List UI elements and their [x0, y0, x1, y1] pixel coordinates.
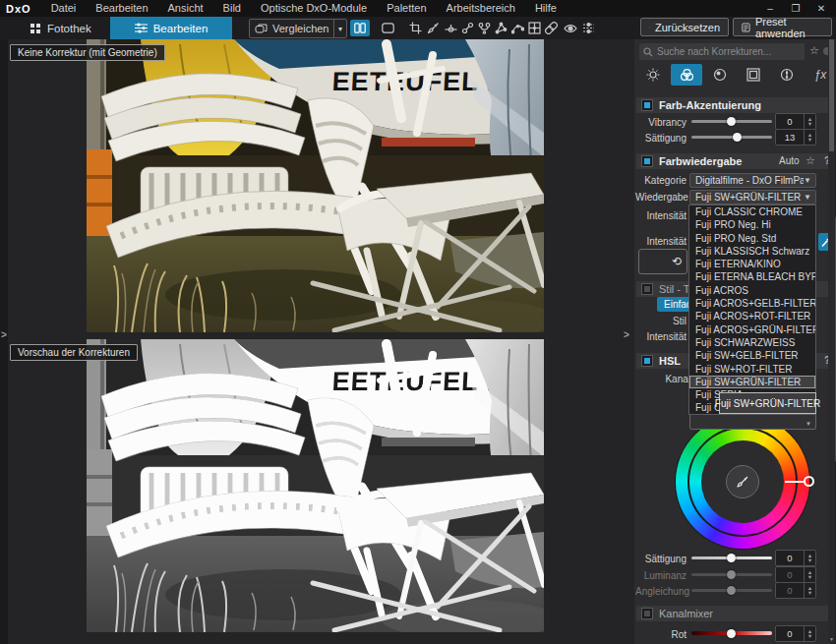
show-mask-button[interactable] [562, 20, 579, 36]
saettigung-slider[interactable] [691, 130, 772, 144]
minimize-button[interactable]: – [759, 1, 781, 17]
tab-detail[interactable] [704, 64, 736, 86]
compare-caret[interactable]: ▾ [333, 20, 346, 37]
dropdown-option[interactable]: Fuji SW+GRÜN-FILTER [689, 376, 815, 388]
menu-item[interactable]: Bild [213, 0, 251, 17]
dropdown-scrollbar[interactable]: ▲ ▼ [828, 1, 835, 643]
tab-geometry[interactable] [738, 64, 769, 86]
reshape-grid-tool-button[interactable] [525, 20, 543, 36]
dropdown-option[interactable]: Fuji ETERNA/KINO [689, 258, 815, 270]
dropdown-option[interactable]: Fuji KLASSISCH Schwarz [689, 245, 815, 258]
dropdown-option[interactable]: Fuji ETERNA BLEACH BYPASS [689, 270, 815, 283]
dropdown-option[interactable]: Fuji SCHWARZWEISS [689, 336, 815, 349]
intensity-reset-box[interactable]: ⟲ [638, 249, 687, 274]
apply-preset-button[interactable]: Preset anwenden [733, 18, 832, 36]
scroll-down-icon[interactable]: ▼ [828, 636, 835, 642]
spinner-icon[interactable]: ▲▼ [804, 583, 815, 598]
angleichung-slider[interactable] [691, 583, 772, 597]
dropdown-option[interactable]: Fuji ACROS+ROT-FILTER [689, 310, 815, 322]
rot-slider[interactable] [691, 626, 772, 640]
wiedergabe-dropdown-list: Fuji CLASSIC CHROMEFuji PRO Neg. HiFuji … [688, 205, 816, 415]
saettigung-label: Sättigung [635, 133, 687, 144]
tab-color[interactable] [671, 64, 702, 86]
menu-item[interactable]: Datei [41, 0, 87, 17]
menu-bar: DxO DateiBearbeitenAnsichtBildOptische D… [0, 0, 836, 17]
tab-light[interactable] [637, 64, 669, 86]
wiedergabe-select[interactable]: Fuji SW+GRÜN-FILTER▼ [689, 190, 816, 205]
dropdown-option[interactable]: Fuji PRO Neg. Hi [689, 218, 815, 231]
color-picker-button[interactable] [726, 465, 759, 498]
right-panel-expander[interactable]: > [624, 330, 629, 340]
hue-handle[interactable] [804, 476, 814, 487]
menu-item[interactable]: Bearbeiten [86, 0, 157, 17]
spinner-icon[interactable]: ▲▼ [804, 567, 815, 582]
angleichung-value[interactable]: 0▲▼ [775, 582, 816, 599]
image-after[interactable]: EETEUFEL II [87, 339, 544, 632]
repair-tool-button[interactable] [542, 20, 560, 36]
local-settings-button[interactable] [579, 20, 597, 36]
dropdown-option[interactable]: Fuji SW+ROT-FILTER [689, 363, 815, 376]
hsl-checkbox[interactable] [641, 355, 653, 367]
spinner-icon[interactable]: ▲▼ [804, 130, 815, 145]
auto-label[interactable]: Auto [779, 155, 800, 166]
kanalmixer-checkbox[interactable] [641, 608, 653, 619]
control-line-tool-button[interactable] [475, 20, 493, 36]
polygon-tool-button[interactable] [492, 20, 509, 36]
farbwiedergabe-checkbox[interactable] [641, 155, 653, 167]
section-farb-akzentuierung[interactable]: Farb-Akzentuierung [636, 97, 831, 113]
dropdown-option[interactable]: Fuji ACROS+GELB-FILTER [689, 297, 815, 310]
favorite-star-icon[interactable]: ☆ [806, 154, 815, 167]
hsl-saettigung-value[interactable]: 0▲▼ [775, 550, 816, 566]
stil-tonung-checkbox[interactable] [641, 283, 653, 295]
reset-button[interactable]: Zurücksetzen [640, 18, 729, 36]
tab-bearbeiten[interactable]: Bearbeiten [110, 17, 232, 39]
kategorie-select[interactable]: Digitalfilme - DxO FilmPack▼ [689, 173, 816, 188]
spinner-icon[interactable]: ▲▼ [804, 114, 815, 129]
restore-button[interactable]: ❐ [785, 1, 806, 17]
fx-icon: ƒx [814, 68, 827, 82]
favorites-filter-icon[interactable]: ☆ [809, 44, 819, 57]
luminanz-slider[interactable] [691, 567, 772, 581]
compare-button[interactable]: Vergleichen ▾ [249, 19, 347, 38]
spinner-icon[interactable]: ▲▼ [804, 551, 815, 565]
dropdown-option[interactable]: Fuji PRO Neg. Std [689, 232, 815, 245]
dropdown-scroll-thumb[interactable] [829, 38, 834, 151]
tab-fotothek[interactable]: Fotothek [16, 17, 105, 39]
spinner-icon[interactable]: ▲▼ [804, 626, 815, 641]
kanalmixer-title: Kanalmixer [659, 608, 713, 619]
rot-value[interactable]: 0▲▼ [775, 625, 816, 642]
search-input[interactable] [639, 43, 805, 60]
image-before[interactable]: EETEUFEL II [87, 39, 544, 332]
close-button[interactable]: ✕ [810, 1, 832, 17]
luminanz-value[interactable]: 0▲▼ [775, 566, 816, 583]
menu-item[interactable]: Arbeitsbereich [437, 0, 525, 17]
split-view-button[interactable] [350, 20, 370, 36]
dropdown-option[interactable]: Fuji ACROS [689, 284, 815, 297]
menu-item[interactable]: Optische DxO-Module [251, 0, 377, 17]
menu-item[interactable]: Paletten [377, 0, 436, 17]
saettigung-value[interactable]: 13▲▼ [775, 129, 816, 146]
menu-item[interactable]: Ansicht [158, 0, 213, 17]
dropdown-option[interactable]: Fuji ACROS+GRÜN-FILTER [689, 323, 815, 336]
control-point-tool-button[interactable] [458, 20, 476, 36]
vibrancy-value[interactable]: 0▲▼ [775, 113, 816, 130]
hsl-saettigung-slider[interactable] [691, 551, 772, 564]
vibrancy-slider[interactable] [691, 114, 772, 128]
pen-tool-button[interactable] [508, 20, 526, 36]
full-view-button[interactable] [378, 20, 397, 36]
dropdown-option[interactable]: Fuji CLASSIC CHROME [689, 205, 815, 218]
menu-item[interactable]: Hilfe [525, 0, 567, 17]
kategorie-label: Kategorie [635, 175, 687, 186]
full-view-icon [382, 23, 394, 33]
geometry-icon [746, 68, 760, 82]
horizon-tool-button[interactable] [442, 20, 459, 36]
farb-akzentuierung-checkbox[interactable] [641, 99, 653, 111]
section-farbwiedergabe[interactable]: Farbwiedergabe [636, 153, 831, 169]
pipette-tool-button[interactable] [424, 20, 442, 36]
dropdown-option[interactable]: Fuji SW+GELB-FILTER [689, 349, 815, 362]
section-kanalmixer[interactable]: Kanalmixer [636, 606, 831, 621]
preset-icon [742, 22, 750, 33]
crop-tool-button[interactable] [406, 20, 424, 36]
tab-local-adjustments[interactable] [771, 64, 803, 86]
left-panel-expander[interactable]: > [1, 330, 7, 340]
